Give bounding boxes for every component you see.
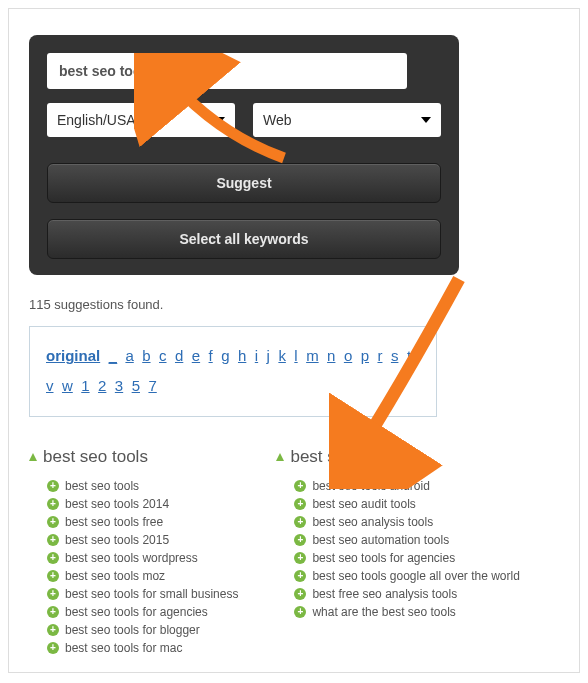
keyword-text: best seo analysis tools bbox=[312, 515, 433, 529]
keyword-input[interactable] bbox=[47, 53, 407, 89]
keyword-item[interactable]: +best seo analysis tools bbox=[294, 513, 519, 531]
nav-link-original[interactable]: original bbox=[46, 347, 100, 364]
plus-icon: + bbox=[47, 516, 59, 528]
keyword-item[interactable]: +best seo automation tools bbox=[294, 531, 519, 549]
nav-link-r[interactable]: r bbox=[377, 347, 382, 364]
keyword-item[interactable]: +best seo tools 2015 bbox=[47, 531, 238, 549]
nav-link-h[interactable]: h bbox=[238, 347, 246, 364]
keyword-text: best seo tools free bbox=[65, 515, 163, 529]
suggest-button[interactable]: Suggest bbox=[47, 163, 441, 203]
plus-icon: + bbox=[294, 552, 306, 564]
chevron-down-icon bbox=[215, 117, 225, 123]
keyword-item[interactable]: +best seo tools wordpress bbox=[47, 549, 238, 567]
keyword-text: best seo tools for mac bbox=[65, 641, 182, 655]
keyword-group: best seo tools+best seo tools+best seo t… bbox=[29, 447, 238, 657]
nav-link-j[interactable]: j bbox=[267, 347, 270, 364]
nav-link-k[interactable]: k bbox=[278, 347, 286, 364]
keyword-item[interactable]: +best seo tools for mac bbox=[47, 639, 238, 657]
keyword-text: best seo audit tools bbox=[312, 497, 415, 511]
nav-link-w[interactable]: w bbox=[62, 377, 73, 394]
plus-icon: + bbox=[294, 570, 306, 582]
chevron-down-icon bbox=[421, 117, 431, 123]
keyword-item[interactable]: +best seo tools for agencies bbox=[47, 603, 238, 621]
plus-icon: + bbox=[47, 480, 59, 492]
keyword-item[interactable]: +best seo tools google all over the worl… bbox=[294, 567, 519, 585]
keyword-text: best free seo analysis tools bbox=[312, 587, 457, 601]
keyword-item[interactable]: +best seo tools for blogger bbox=[47, 621, 238, 639]
nav-link-2[interactable]: 2 bbox=[98, 377, 106, 394]
keyword-text: best seo tools moz bbox=[65, 569, 165, 583]
plus-icon: + bbox=[47, 624, 59, 636]
nav-link-o[interactable]: o bbox=[344, 347, 352, 364]
nav-link-v[interactable]: v bbox=[46, 377, 54, 394]
nav-link-i[interactable]: i bbox=[255, 347, 258, 364]
status-text: 115 suggestions found. bbox=[29, 297, 559, 312]
plus-icon: + bbox=[47, 498, 59, 510]
nav-link-b[interactable]: b bbox=[142, 347, 150, 364]
nav-link-f[interactable]: f bbox=[209, 347, 213, 364]
search-panel: English/USA Web Suggest Select all keywo… bbox=[29, 35, 459, 275]
select-all-button[interactable]: Select all keywords bbox=[47, 219, 441, 259]
keyword-group: best seo tools + a+best seo tools androi… bbox=[276, 447, 519, 657]
nav-link-a[interactable]: a bbox=[125, 347, 133, 364]
nav-link-_[interactable]: _ bbox=[109, 347, 117, 364]
language-select[interactable]: English/USA bbox=[47, 103, 235, 137]
keyword-item[interactable]: +best seo tools bbox=[47, 477, 238, 495]
keyword-text: best seo tools bbox=[65, 479, 139, 493]
keyword-text: best seo tools for blogger bbox=[65, 623, 200, 637]
keyword-text: best seo tools 2014 bbox=[65, 497, 169, 511]
arrow-up-icon bbox=[29, 453, 37, 461]
plus-icon: + bbox=[47, 588, 59, 600]
nav-link-c[interactable]: c bbox=[159, 347, 167, 364]
nav-link-n[interactable]: n bbox=[327, 347, 335, 364]
nav-link-3[interactable]: 3 bbox=[115, 377, 123, 394]
keyword-text: best seo tools for agencies bbox=[312, 551, 455, 565]
keyword-item[interactable]: +what are the best seo tools bbox=[294, 603, 519, 621]
plus-icon: + bbox=[294, 480, 306, 492]
nav-link-l[interactable]: l bbox=[294, 347, 297, 364]
keyword-text: best seo tools android bbox=[312, 479, 429, 493]
plus-icon: + bbox=[47, 606, 59, 618]
app-frame: English/USA Web Suggest Select all keywo… bbox=[8, 8, 580, 673]
nav-link-m[interactable]: m bbox=[306, 347, 319, 364]
nav-link-t[interactable]: t bbox=[407, 347, 411, 364]
nav-link-d[interactable]: d bbox=[175, 347, 183, 364]
plus-icon: + bbox=[47, 570, 59, 582]
keyword-item[interactable]: +best free seo analysis tools bbox=[294, 585, 519, 603]
nav-link-s[interactable]: s bbox=[391, 347, 399, 364]
plus-icon: + bbox=[47, 642, 59, 654]
plus-icon: + bbox=[294, 588, 306, 600]
alpha-nav: original _ a b c d e f g h i j k l m n o… bbox=[29, 326, 437, 417]
group-heading: best seo tools bbox=[29, 447, 238, 467]
plus-icon: + bbox=[294, 534, 306, 546]
nav-link-p[interactable]: p bbox=[361, 347, 369, 364]
nav-link-5[interactable]: 5 bbox=[132, 377, 140, 394]
group-heading: best seo tools + a bbox=[276, 447, 519, 467]
arrow-up-icon bbox=[276, 453, 284, 461]
nav-link-e[interactable]: e bbox=[192, 347, 200, 364]
keyword-text: best seo tools google all over the world bbox=[312, 569, 519, 583]
nav-link-1[interactable]: 1 bbox=[81, 377, 89, 394]
plus-icon: + bbox=[294, 498, 306, 510]
group-title: best seo tools bbox=[43, 447, 148, 467]
keyword-item[interactable]: +best seo tools 2014 bbox=[47, 495, 238, 513]
keyword-item[interactable]: +best seo tools for small business bbox=[47, 585, 238, 603]
keyword-text: best seo tools wordpress bbox=[65, 551, 198, 565]
keyword-item[interactable]: +best seo audit tools bbox=[294, 495, 519, 513]
keyword-item[interactable]: +best seo tools moz bbox=[47, 567, 238, 585]
keyword-text: what are the best seo tools bbox=[312, 605, 455, 619]
keyword-item[interactable]: +best seo tools free bbox=[47, 513, 238, 531]
source-select[interactable]: Web bbox=[253, 103, 441, 137]
keyword-text: best seo tools for agencies bbox=[65, 605, 208, 619]
plus-icon: + bbox=[294, 606, 306, 618]
keyword-text: best seo tools for small business bbox=[65, 587, 238, 601]
source-value: Web bbox=[263, 112, 292, 128]
plus-icon: + bbox=[47, 534, 59, 546]
keyword-text: best seo automation tools bbox=[312, 533, 449, 547]
group-title: best seo tools + a bbox=[290, 447, 424, 467]
nav-link-7[interactable]: 7 bbox=[148, 377, 156, 394]
nav-link-g[interactable]: g bbox=[221, 347, 229, 364]
language-value: English/USA bbox=[57, 112, 136, 128]
keyword-item[interactable]: +best seo tools for agencies bbox=[294, 549, 519, 567]
keyword-item[interactable]: +best seo tools android bbox=[294, 477, 519, 495]
